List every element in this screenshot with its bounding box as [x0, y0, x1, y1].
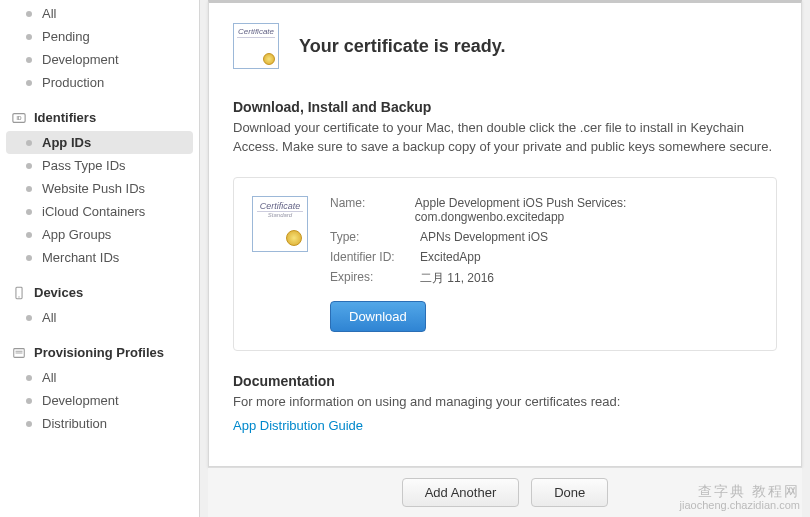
certificate-icon: Certificate Standard: [252, 196, 308, 252]
sidebar-item-label: Website Push IDs: [42, 181, 145, 196]
sidebar-item-pass-type-ids[interactable]: Pass Type IDs: [0, 154, 199, 177]
sidebar-item-label: All: [42, 370, 56, 385]
bullet-icon: [26, 209, 32, 215]
bullet-icon: [26, 57, 32, 63]
certificate-info-box: Certificate Standard Name: Apple Develop…: [233, 177, 777, 351]
sidebar-item-devices-all[interactable]: All: [0, 306, 199, 329]
sidebar-item-pending[interactable]: Pending: [0, 25, 199, 48]
section-profiles: Provisioning Profiles: [0, 339, 199, 366]
id-icon: ID: [12, 111, 26, 125]
profiles-icon: [12, 346, 26, 360]
sidebar-item-label: All: [42, 6, 56, 21]
sidebar-item-label: App Groups: [42, 227, 111, 242]
bullet-icon: [26, 11, 32, 17]
bullet-icon: [26, 163, 32, 169]
sidebar-item-profiles-development[interactable]: Development: [0, 389, 199, 412]
identifier-value: ExcitedApp: [420, 250, 481, 264]
cert-icon-sub: Standard: [257, 212, 303, 218]
sidebar-item-app-groups[interactable]: App Groups: [0, 223, 199, 246]
sidebar-item-profiles-all[interactable]: All: [0, 366, 199, 389]
seal-icon: [263, 53, 275, 65]
expires-value: 二月 11, 2016: [420, 270, 494, 287]
identifier-label: Identifier ID:: [330, 250, 420, 264]
sidebar-item-merchant-ids[interactable]: Merchant IDs: [0, 246, 199, 269]
sidebar-item-label: Development: [42, 52, 119, 67]
sidebar-item-label: Pending: [42, 29, 90, 44]
sidebar-item-label: Distribution: [42, 416, 107, 431]
download-body: Download your certificate to your Mac, t…: [233, 119, 777, 157]
type-value: APNs Development iOS: [420, 230, 548, 244]
bullet-icon: [26, 375, 32, 381]
header-row: Certificate Your certificate is ready.: [233, 23, 777, 69]
content-area: Certificate Your certificate is ready. D…: [208, 0, 802, 467]
expires-label: Expires:: [330, 270, 420, 287]
section-identifiers: ID Identifiers: [0, 104, 199, 131]
download-button[interactable]: Download: [330, 301, 426, 332]
svg-point-3: [18, 296, 19, 297]
section-label: Provisioning Profiles: [34, 345, 164, 360]
name-label: Name:: [330, 196, 415, 224]
svg-text:ID: ID: [16, 114, 21, 120]
sidebar-item-label: Pass Type IDs: [42, 158, 126, 173]
sidebar-item-development[interactable]: Development: [0, 48, 199, 71]
main: Certificate Your certificate is ready. D…: [200, 0, 810, 517]
bullet-icon: [26, 140, 32, 146]
bullet-icon: [26, 34, 32, 40]
docs-heading: Documentation: [233, 373, 777, 389]
add-another-button[interactable]: Add Another: [402, 478, 520, 507]
sidebar: All Pending Development Production ID Id…: [0, 0, 200, 517]
certificate-icon: Certificate: [233, 23, 279, 69]
sidebar-item-all[interactable]: All: [0, 2, 199, 25]
download-heading: Download, Install and Backup: [233, 99, 777, 115]
bullet-icon: [26, 315, 32, 321]
type-label: Type:: [330, 230, 420, 244]
page-title: Your certificate is ready.: [299, 36, 505, 57]
bullet-icon: [26, 232, 32, 238]
docs-body: For more information on using and managi…: [233, 393, 777, 412]
device-icon: [12, 286, 26, 300]
section-devices: Devices: [0, 279, 199, 306]
sidebar-item-icloud-containers[interactable]: iCloud Containers: [0, 200, 199, 223]
seal-icon: [286, 230, 302, 246]
sidebar-item-production[interactable]: Production: [0, 71, 199, 94]
sidebar-item-app-ids[interactable]: App IDs: [6, 131, 193, 154]
sidebar-item-profiles-distribution[interactable]: Distribution: [0, 412, 199, 435]
sidebar-item-label: Development: [42, 393, 119, 408]
sidebar-item-label: Merchant IDs: [42, 250, 119, 265]
sidebar-item-label: All: [42, 310, 56, 325]
cert-icon-title: Certificate: [257, 201, 303, 212]
footer-bar: Add Another Done: [208, 467, 802, 517]
info-grid: Name: Apple Development iOS Push Service…: [330, 196, 758, 332]
bullet-icon: [26, 398, 32, 404]
sidebar-item-website-push-ids[interactable]: Website Push IDs: [0, 177, 199, 200]
done-button[interactable]: Done: [531, 478, 608, 507]
sidebar-item-label: Production: [42, 75, 104, 90]
bullet-icon: [26, 421, 32, 427]
bullet-icon: [26, 255, 32, 261]
sidebar-item-label: App IDs: [42, 135, 91, 150]
cert-icon-title: Certificate: [237, 27, 275, 38]
name-value: Apple Development iOS Push Services: com…: [415, 196, 758, 224]
app-distribution-guide-link[interactable]: App Distribution Guide: [233, 418, 777, 433]
bullet-icon: [26, 80, 32, 86]
sidebar-item-label: iCloud Containers: [42, 204, 145, 219]
section-label: Identifiers: [34, 110, 96, 125]
section-label: Devices: [34, 285, 83, 300]
bullet-icon: [26, 186, 32, 192]
